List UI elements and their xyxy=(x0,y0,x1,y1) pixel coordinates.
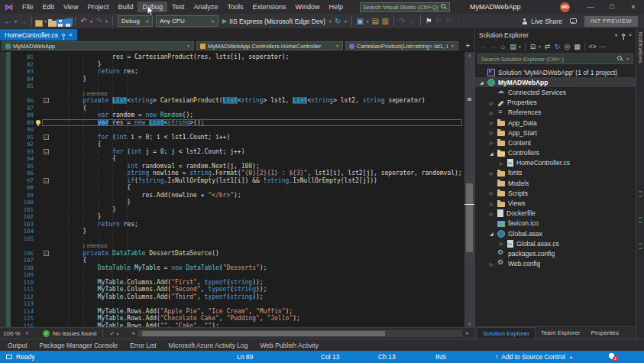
expand-arrow-icon[interactable]: ▷ xyxy=(490,261,497,267)
send-feedback-icon[interactable] xyxy=(570,18,577,24)
menu-file[interactable]: File xyxy=(18,2,38,12)
code-line-98[interactable]: 98 { xyxy=(0,184,464,192)
code-line-89[interactable]: 89 var res = new List<string>(); xyxy=(0,119,464,127)
forward-icon[interactable]: → xyxy=(488,43,498,50)
notifications-tab[interactable]: Notifications xyxy=(637,32,644,63)
expand-arrow-icon[interactable]: ▷ xyxy=(490,100,497,105)
chevron-down-icon[interactable]: ▼ xyxy=(13,19,18,24)
collapse-arrow-icon[interactable]: ◢ xyxy=(490,231,497,236)
health-check-icon[interactable]: ✓ xyxy=(43,330,50,337)
live-share-icon[interactable] xyxy=(521,18,528,24)
tree-item-views[interactable]: ▷Views xyxy=(475,198,636,208)
code-line-91[interactable]: 91− for (int i = 0; i < lst1.Count; i++) xyxy=(0,134,464,141)
batch-build-icon[interactable]: ▥ xyxy=(380,15,390,28)
split-window-button[interactable]: + xyxy=(463,42,473,50)
window-position-icon[interactable]: ▼ xyxy=(614,33,618,37)
menu-test[interactable]: Test xyxy=(167,2,189,12)
tree-item-packages-config[interactable]: packages.config xyxy=(475,248,636,258)
horizontal-scrollbar-thumb[interactable] xyxy=(142,331,385,336)
bottom-tab-web-publish-activity[interactable]: Web Publish Activity xyxy=(261,342,319,349)
refresh-icon[interactable]: ↻ xyxy=(333,15,343,28)
next-bookmark-icon[interactable]: ⚐ xyxy=(444,15,454,28)
expand-arrow-icon[interactable]: ▷ xyxy=(500,241,507,246)
new-project-icon[interactable] xyxy=(35,20,43,27)
expand-arrow-icon[interactable]: ▷ xyxy=(490,211,497,216)
chevron-down-icon[interactable]: ▼ xyxy=(43,19,48,24)
code-line-90[interactable]: 90 xyxy=(0,126,464,134)
expand-arrow-icon[interactable]: ▷ xyxy=(490,170,497,176)
vertical-scrollbar[interactable]: ▲ ▼ xyxy=(464,52,474,327)
step-into-icon[interactable]: ↓ xyxy=(407,15,417,28)
save-all-icon[interactable] xyxy=(64,19,72,27)
close-button[interactable]: × xyxy=(623,0,644,14)
tree-item-solution-mymadwebapp-1-of-1-project[interactable]: Solution 'MyMADWebApp' (1 of 1 project) xyxy=(475,67,636,77)
menu-tools[interactable]: Tools xyxy=(223,2,248,12)
bottom-tab-microsoft-azure-activity-log[interactable]: Microsoft Azure Activity Log xyxy=(169,342,248,349)
code-line-86[interactable]: 86− private List<string> CartesianProduc… xyxy=(0,97,464,105)
maximize-button[interactable]: □ xyxy=(601,0,623,14)
attach-to-process-icon[interactable]: ▣ xyxy=(355,15,365,28)
expand-arrow-icon[interactable]: ▷ xyxy=(490,130,497,135)
panel-tab-solution-explorer[interactable]: Solution Explorer xyxy=(477,327,536,339)
tree-item-fonts[interactable]: ▷fonts xyxy=(475,168,636,178)
solution-platforms-dropdown[interactable]: Any CPU▼ xyxy=(156,15,218,27)
chevron-down-icon[interactable]: ▼ xyxy=(89,19,94,24)
menu-window[interactable]: Window xyxy=(291,2,325,12)
project-dropdown[interactable]: MyMADWebApp ▼ xyxy=(2,41,194,50)
auto-hide-pin-icon[interactable] xyxy=(622,34,625,37)
menu-project[interactable]: Project xyxy=(83,2,113,12)
code-line-87[interactable]: 87 { xyxy=(0,105,464,112)
redo-icon[interactable]: ↷ xyxy=(94,15,104,28)
code-line-114[interactable]: 114 MyTable.Rows.Add("Apple Pie", "Ice C… xyxy=(0,308,464,316)
expand-arrow-icon[interactable]: ▷ xyxy=(490,110,497,115)
tab-homecontroller[interactable]: HomeController.cs × xyxy=(0,29,77,41)
more-icon[interactable]: ⋯ xyxy=(597,43,607,50)
pin-icon[interactable] xyxy=(62,34,65,37)
menu-edit[interactable]: Edit xyxy=(38,2,60,12)
back-icon[interactable]: ← xyxy=(478,43,488,50)
minimize-button[interactable]: — xyxy=(580,0,601,14)
build-selection-icon[interactable]: ▤ xyxy=(371,15,380,28)
expand-arrow-icon[interactable]: ▷ xyxy=(490,120,497,125)
code-line-112[interactable]: 112 MyTable.Columns.Add("Third", typeof(… xyxy=(0,293,464,301)
scrollbar-thumb[interactable] xyxy=(466,183,473,252)
tree-item-global-asax-cs[interactable]: ▷Global.asax.cs xyxy=(475,238,636,248)
code-lens-references[interactable]: 1 reference xyxy=(0,242,464,250)
nuget-icon[interactable]: ◎ xyxy=(562,43,572,50)
panel-tab-properties[interactable]: Properties xyxy=(586,327,624,339)
code-line-108[interactable]: 108 DataTable MyTable = new DataTable("D… xyxy=(0,264,464,272)
bottom-tab-error-list[interactable]: Error List xyxy=(130,342,156,349)
scroll-left-icon[interactable]: ◄ xyxy=(131,331,135,335)
code-editor[interactable]: 81 res = CartesianProduct(res, lsts[i], … xyxy=(0,52,474,327)
expand-arrow-icon[interactable]: ▷ xyxy=(490,140,497,145)
tree-item-references[interactable]: ▷References xyxy=(475,108,636,118)
code-line-103[interactable]: 103 return res; xyxy=(0,221,464,228)
live-share-label[interactable]: Live Share xyxy=(531,18,562,25)
code-line-93[interactable]: 93− for (int j = 0; j < lst2.Count; j++) xyxy=(0,148,464,156)
tree-item-scripts[interactable]: ▷Scripts xyxy=(475,188,636,198)
code-line-81[interactable]: 81 res = CartesianProduct(res, lsts[i], … xyxy=(0,53,464,61)
solution-tree[interactable]: Solution 'MyMADWebApp' (1 of 1 project)◢… xyxy=(475,66,636,326)
code-line-88[interactable]: 88 var random = new Random(); xyxy=(0,112,464,119)
view-code-icon[interactable]: <> xyxy=(587,43,597,50)
code-line-105[interactable]: 105 xyxy=(0,235,464,243)
fold-collapse-icon[interactable]: − xyxy=(44,149,49,154)
step-over-icon[interactable]: ↷ xyxy=(397,15,407,28)
start-debugging-button[interactable]: ▶IIS Express (Microsoft Edge Dev) xyxy=(222,18,325,25)
zoom-dropdown[interactable]: 100 % ▼ xyxy=(3,330,43,337)
tree-item-app-start[interactable]: ▷App_Start xyxy=(475,128,636,138)
collapse-arrow-icon[interactable]: ◢ xyxy=(490,151,497,156)
open-file-icon[interactable] xyxy=(48,21,57,27)
code-lens-references[interactable]: 1 reference xyxy=(0,90,464,98)
code-line-97[interactable]: 97− if(!string.IsNullOrEmpty(lst1[i]) &&… xyxy=(0,177,464,185)
code-cleanup-icon[interactable]: ✓ ▼ xyxy=(109,330,119,337)
chevron-down-icon[interactable]: ▼ xyxy=(365,19,371,24)
bookmark-icon[interactable]: ⚑ xyxy=(424,15,434,28)
account-avatar[interactable]: MD xyxy=(560,2,570,12)
int-preview-button[interactable]: INT PREVIEW xyxy=(584,16,638,27)
horizontal-scrollbar[interactable] xyxy=(138,330,462,337)
scroll-up-icon[interactable]: ▲ xyxy=(464,53,474,57)
collapse-all-icon[interactable]: ⊟ xyxy=(528,43,538,50)
expand-arrow-icon[interactable]: ▷ xyxy=(490,190,497,196)
code-line-104[interactable]: 104 } xyxy=(0,228,464,235)
